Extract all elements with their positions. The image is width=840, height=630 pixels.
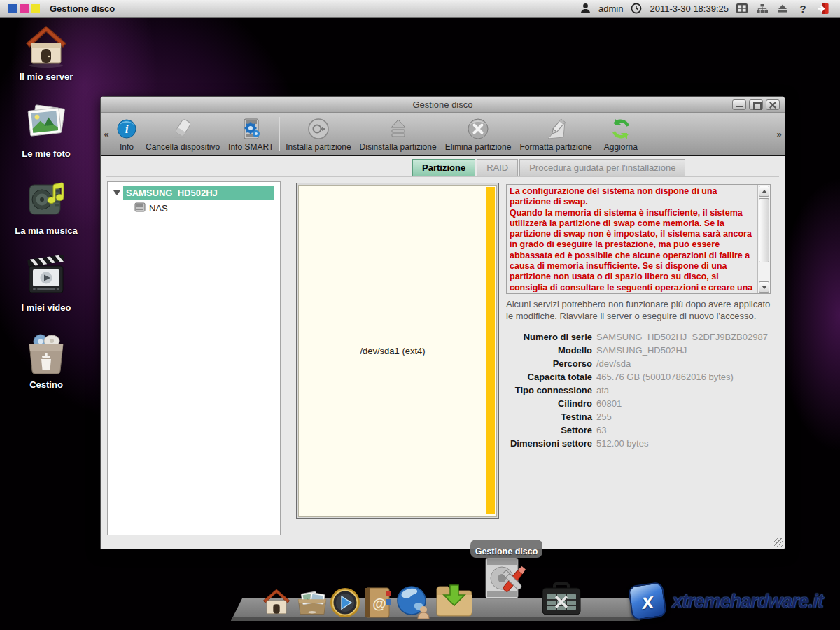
detail-value: 465.76 GB (500107862016 bytes) (596, 372, 734, 382)
detail-row: ModelloSAMSUNG_HD502HJ (506, 344, 771, 357)
toolbar-label: Installa partizione (286, 142, 351, 152)
info-icon: i (116, 115, 137, 142)
toolbar-separator (598, 117, 598, 150)
photos-icon (6, 99, 87, 146)
clock-icon (629, 2, 643, 15)
partition-region[interactable]: /dev/sda1 (ext4) (298, 185, 497, 517)
apps-grid-icon[interactable] (735, 2, 749, 15)
window-toolbar: « i Info Cancella dispositivo Info SMART (101, 113, 785, 156)
watermark-badge-letter: x (640, 589, 654, 614)
scrollbar-thumb[interactable] (759, 198, 769, 262)
detail-value: SAMSUNG_HD502HJ (596, 345, 687, 356)
close-button[interactable] (766, 99, 780, 110)
tree-volume-label: NAS (149, 203, 168, 214)
watermark-text: xtremehardware.it (672, 591, 823, 612)
delete-partition-button[interactable]: Elimina partizione (441, 113, 516, 155)
toolbar-label: Disinstalla partizione (360, 142, 437, 152)
dock-contacts-icon[interactable]: @ (363, 587, 392, 622)
dock-tooltip-label: Gestione disco (475, 547, 538, 556)
disk-details: Numero di serieSAMSUNG_HD502HJ_S2DFJ9BZB… (506, 330, 771, 450)
tab-divider (106, 176, 779, 177)
shortcut-my-server[interactable]: Il mio server (6, 22, 87, 99)
dock-network-icon[interactable] (395, 585, 431, 622)
hdd-icon (134, 202, 146, 214)
logout-icon[interactable] (816, 2, 830, 15)
partition-map[interactable]: /dev/sda1 (ext4) (296, 183, 499, 519)
shortcut-label: I miei video (6, 302, 87, 313)
shortcut-my-videos[interactable]: I miei video (6, 253, 87, 330)
top-menu-bar: Gestione disco admin 2011-3-30 18:39:25 … (0, 0, 840, 18)
dock-toolbox-icon[interactable] (540, 582, 582, 620)
maximize-button[interactable] (749, 99, 763, 110)
detail-label: Dimensioni settore (506, 438, 592, 449)
help-icon[interactable]: ? (796, 2, 810, 15)
detail-row: Settore63 (506, 424, 771, 437)
tree-volume-row[interactable]: NAS (134, 202, 274, 214)
window-titlebar[interactable]: Gestione disco (101, 97, 785, 113)
shortcut-label: Cestino (6, 379, 87, 390)
svg-text:@: @ (372, 596, 386, 611)
tab-raid[interactable]: RAID (477, 159, 518, 176)
delete-partition-icon (466, 115, 490, 142)
home-icon (6, 22, 87, 69)
dock-disk-tools-icon[interactable] (480, 555, 532, 607)
toolbar-label: Elimina partizione (445, 142, 512, 152)
dock-photos-icon[interactable] (295, 589, 329, 620)
dock-download-icon[interactable] (434, 580, 475, 620)
partition-free-space-strip[interactable] (486, 187, 495, 514)
detail-value: ata (596, 385, 609, 396)
warning-paragraph: La configurazione del sistema non dispon… (510, 186, 755, 208)
toolbar-label: Info (120, 142, 134, 152)
tree-expand-icon[interactable] (113, 190, 120, 195)
logged-user[interactable]: admin (598, 4, 623, 14)
detail-label: Percorso (506, 358, 592, 369)
tab-partizione[interactable]: Partizione (412, 159, 475, 176)
detail-label: Numero di serie (506, 332, 592, 342)
scroll-down-icon[interactable] (759, 281, 769, 293)
desktop-shortcuts: Il mio server Le mie foto (6, 22, 87, 407)
dock-home-icon[interactable] (260, 587, 293, 620)
shortcut-trash[interactable]: Cestino (6, 330, 87, 407)
toolbar-label: Formatta partizione (519, 142, 592, 152)
detail-label: Testina (506, 412, 592, 422)
music-icon (6, 176, 87, 223)
detail-row: Capacità totale465.76 GB (500107862016 b… (506, 370, 771, 384)
detail-label: Tipo connessione (506, 385, 592, 396)
shortcut-my-photos[interactable]: Le mie foto (6, 99, 87, 176)
install-partition-button[interactable]: Installa partizione (281, 113, 355, 155)
swap-warning-text: La configurazione del sistema non dispon… (510, 186, 755, 292)
toolbar-scroll-left-icon[interactable]: « (101, 113, 112, 155)
tab-installation-wizard[interactable]: Procedura guidata per l'installazione (519, 159, 685, 176)
detail-row: Percorso/dev/sda (506, 357, 771, 370)
smart-icon (240, 115, 262, 142)
warning-scrollbar[interactable] (757, 185, 770, 293)
toolbar-scroll-right-icon[interactable]: » (774, 113, 785, 155)
shortcut-my-music[interactable]: La mia musica (6, 176, 87, 253)
svg-text:i: i (125, 122, 129, 136)
dock-player-icon[interactable] (329, 587, 361, 622)
install-partition-icon (307, 115, 330, 142)
detail-value: /dev/sda (596, 358, 631, 369)
disk-management-window: Gestione disco « i Info Cancella disposi… (100, 96, 785, 550)
tree-device-row[interactable]: SAMSUNG_HD502HJ (113, 186, 274, 200)
erase-device-button[interactable]: Cancella dispositivo (141, 113, 224, 155)
toolbar-separator (279, 117, 280, 150)
format-partition-button[interactable]: Formatta partizione (515, 113, 596, 155)
refresh-button[interactable]: Aggiorna (600, 113, 642, 155)
uninstall-partition-button[interactable]: Disinstalla partizione (356, 113, 441, 155)
scroll-up-icon[interactable] (759, 186, 769, 197)
swap-warning-box: La configurazione del sistema non dispon… (506, 184, 771, 294)
eject-icon[interactable] (776, 2, 790, 15)
tree-device-label[interactable]: SAMSUNG_HD502HJ (123, 186, 274, 200)
detail-row: Dimensioni settore512.00 bytes (506, 437, 771, 450)
window-resize-grip[interactable] (774, 538, 783, 547)
format-partition-icon (544, 115, 568, 142)
shortcut-label: Il mio server (6, 71, 87, 82)
network-map-icon[interactable] (755, 2, 769, 15)
minimize-button[interactable] (732, 99, 746, 110)
info-button[interactable]: i Info (112, 113, 141, 155)
info-panel: La configurazione del sistema non dispon… (506, 184, 771, 450)
xtremehardware-logo-icon: x (628, 582, 667, 621)
smart-info-button[interactable]: Info SMART (224, 113, 278, 155)
detail-value: 512.00 bytes (596, 438, 648, 449)
